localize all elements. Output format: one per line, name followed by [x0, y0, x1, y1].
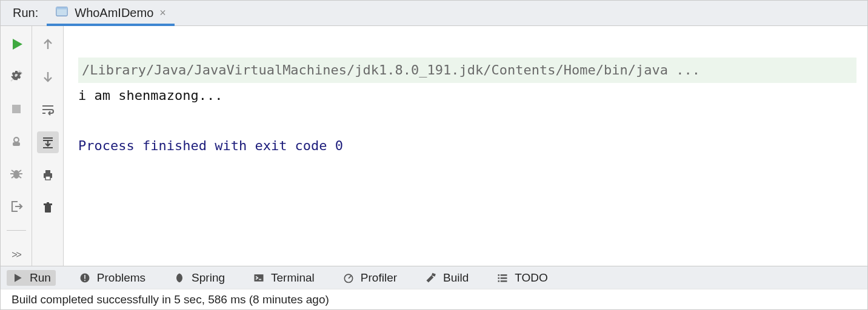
svg-rect-16	[45, 205, 51, 213]
svg-rect-27	[498, 274, 500, 276]
svg-point-6	[13, 170, 19, 179]
scroll-to-end-button[interactable]	[37, 131, 59, 153]
svg-line-25	[349, 275, 351, 278]
status-text: Build completed successfully in 5 sec, 5…	[12, 293, 329, 306]
debug-button[interactable]	[5, 163, 27, 185]
svg-rect-32	[501, 280, 507, 282]
svg-line-11	[12, 176, 14, 178]
panel-todo[interactable]: TODO	[492, 270, 553, 286]
panel-problems[interactable]: Problems	[74, 270, 150, 286]
close-icon[interactable]: ×	[159, 7, 166, 19]
svg-rect-1	[56, 7, 67, 10]
console-output[interactable]: /Library/Java/JavaVirtualMachines/jdk1.8…	[64, 26, 867, 266]
leaf-icon	[173, 272, 185, 284]
svg-rect-28	[501, 274, 507, 276]
terminal-icon	[253, 272, 265, 284]
svg-point-5	[15, 138, 18, 142]
panel-terminal-label: Terminal	[271, 271, 315, 285]
svg-rect-21	[84, 280, 85, 281]
svg-line-9	[12, 170, 14, 172]
left-action-gutter: >>	[1, 26, 32, 266]
run-toolbar-header: Run: WhoAmIDemo ×	[1, 1, 867, 26]
svg-rect-18	[47, 202, 49, 203]
bottom-panel-switcher: Run Problems Spring Terminal Profiler Bu…	[1, 266, 867, 289]
gauge-icon	[342, 272, 355, 284]
run-config-icon	[55, 5, 68, 21]
panel-terminal[interactable]: Terminal	[248, 270, 319, 286]
console-exit-line: Process finished with exit code 0	[78, 138, 343, 153]
panel-spring[interactable]: Spring	[169, 270, 230, 286]
panel-problems-label: Problems	[97, 271, 145, 285]
print-button[interactable]	[37, 164, 59, 186]
svg-rect-20	[84, 275, 85, 279]
rerun-button[interactable]	[5, 33, 27, 55]
panel-profiler-label: Profiler	[361, 271, 397, 285]
ide-run-tool-window: Run: WhoAmIDemo ×	[0, 0, 868, 310]
panel-run-label: Run	[30, 271, 51, 285]
panel-profiler[interactable]: Profiler	[338, 270, 402, 286]
soft-wrap-button[interactable]	[37, 99, 59, 120]
panel-spring-label: Spring	[192, 271, 225, 285]
chevron-more-icon: >>	[12, 249, 21, 260]
more-actions-button[interactable]: >>	[5, 244, 27, 266]
down-stack-button[interactable]	[37, 66, 59, 88]
svg-rect-15	[45, 176, 50, 180]
clear-all-button[interactable]	[37, 197, 59, 219]
svg-rect-2	[12, 105, 21, 113]
svg-rect-26	[432, 272, 436, 276]
run-tabs: WhoAmIDemo ×	[47, 1, 175, 25]
stop-button[interactable]	[5, 98, 27, 120]
up-stack-button[interactable]	[37, 33, 59, 55]
panel-run[interactable]: Run	[7, 270, 56, 286]
run-main: >> /Library/Java/JavaVi	[1, 26, 867, 266]
svg-line-10	[19, 170, 21, 172]
panel-todo-label: TODO	[515, 271, 548, 285]
exit-button[interactable]	[5, 196, 27, 217]
panel-build-label: Build	[443, 271, 469, 285]
play-icon	[12, 272, 24, 284]
list-icon	[496, 272, 509, 284]
console-action-gutter	[32, 26, 64, 266]
svg-rect-29	[498, 277, 500, 279]
divider	[7, 230, 26, 231]
svg-line-12	[19, 176, 21, 178]
svg-rect-30	[501, 277, 507, 279]
panel-build[interactable]: Build	[420, 270, 473, 286]
console-command-line: /Library/Java/JavaVirtualMachines/jdk1.8…	[78, 58, 856, 83]
warning-icon	[79, 272, 91, 284]
svg-rect-14	[45, 170, 50, 173]
status-bar: Build completed successfully in 5 sec, 5…	[1, 289, 867, 309]
hammer-icon	[425, 272, 437, 284]
svg-rect-17	[44, 203, 52, 205]
edit-config-button[interactable]	[5, 66, 27, 88]
run-tab-label: WhoAmIDemo	[75, 6, 153, 20]
svg-rect-31	[498, 280, 500, 282]
dump-threads-button[interactable]	[5, 131, 27, 153]
svg-rect-4	[13, 142, 20, 146]
run-tab-whoamidemo[interactable]: WhoAmIDemo ×	[47, 1, 175, 25]
run-label: Run:	[1, 6, 47, 20]
console-stdout-line: i am shenmazong...	[78, 88, 222, 103]
svg-rect-22	[255, 274, 264, 282]
